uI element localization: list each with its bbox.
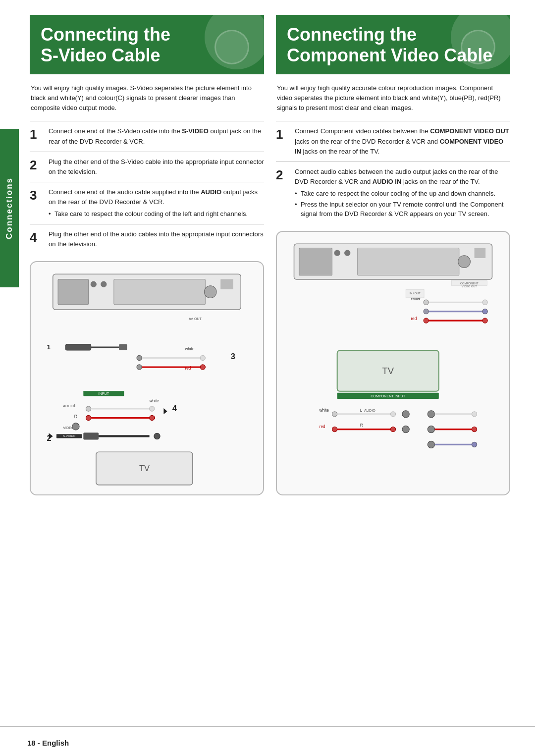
svg-point-88 [428, 426, 434, 432]
svg-point-82 [472, 411, 477, 416]
page: Connections Connecting the S-Video Cable… [0, 0, 535, 756]
right-step-2-bullet-2: Press the input selector on your TV remo… [295, 200, 510, 219]
svg-point-32 [150, 415, 155, 420]
svg-point-66 [424, 318, 428, 323]
svg-text:4: 4 [172, 404, 177, 413]
svg-point-18 [137, 365, 142, 370]
footer-text: 18 - English [27, 739, 69, 747]
svg-text:L: L [360, 408, 363, 412]
svg-text:COMPONENT INPUT: COMPONENT INPUT [371, 394, 405, 398]
footer-divider [0, 726, 535, 727]
right-step-2-number: 2 [276, 167, 290, 182]
svg-point-37 [72, 423, 79, 430]
left-step-2-text: Plug the other end of the S-Video cable … [49, 157, 264, 177]
svg-rect-51 [358, 248, 459, 275]
svg-text:1: 1 [47, 343, 51, 351]
svg-rect-9 [65, 344, 91, 350]
svg-text:white: white [149, 399, 160, 403]
svg-marker-35 [163, 408, 167, 414]
svg-point-44 [154, 433, 160, 439]
svg-text:TV: TV [139, 464, 150, 473]
left-step-3-text: Connect one end of the audio cable suppl… [49, 188, 258, 206]
svg-point-2 [91, 281, 97, 287]
right-column: Connecting the Component Video Cable You… [276, 15, 510, 495]
svg-point-85 [332, 427, 337, 432]
left-steps: 1 Connect one end of the S-Video cable i… [30, 121, 264, 254]
svg-point-26 [150, 406, 155, 411]
svg-text:INPUT: INPUT [99, 392, 109, 396]
svg-text:S-VIDEO: S-VIDEO [63, 434, 75, 438]
sidebar-label: Connections [4, 177, 14, 239]
svg-text:VIDEO OUT: VIDEO OUT [462, 285, 478, 288]
svg-point-95 [472, 442, 477, 447]
sidebar: Connections [0, 129, 19, 287]
left-step-4-number: 4 [30, 229, 44, 245]
svg-rect-11 [119, 344, 127, 350]
svg-point-59 [424, 300, 428, 305]
svg-text:L: L [74, 404, 77, 408]
svg-point-14 [137, 355, 142, 360]
svg-point-76 [332, 411, 337, 416]
left-step-1-number: 1 [30, 126, 44, 142]
right-intro: You will enjoy high quality accurate col… [276, 83, 510, 113]
left-step-3-bullet-1: Take care to respect the colour coding o… [49, 209, 264, 219]
svg-point-3 [101, 281, 107, 287]
svg-point-93 [428, 441, 434, 448]
svg-rect-40 [83, 432, 99, 439]
svg-point-50 [344, 250, 350, 256]
right-diagram: COMPONENT VIDEO OUT white red [276, 231, 510, 496]
svg-text:COMPONENT: COMPONENT [460, 282, 479, 285]
svg-rect-6 [220, 279, 233, 290]
right-header-title: Connecting the Component Video Cable [287, 24, 492, 65]
svg-text:red: red [411, 317, 417, 321]
right-step-1-number: 1 [276, 126, 290, 142]
svg-rect-53 [475, 248, 486, 258]
left-diagram: AV OUT 1 white red [30, 261, 264, 495]
left-step-4-text: Plug the other end of the audio cables i… [49, 229, 264, 249]
right-step-1-text: Connect Component video cables between t… [295, 126, 510, 156]
svg-point-63 [482, 309, 487, 314]
left-intro: You will enjoy high quality images. S-Vi… [30, 83, 264, 113]
left-header: Connecting the S-Video Cable [30, 15, 264, 74]
svg-text:AUDIO: AUDIO [63, 404, 74, 408]
svg-point-52 [458, 255, 471, 268]
right-step-2-text: Connect audio cables between the audio o… [295, 168, 498, 185]
svg-point-5 [204, 286, 216, 298]
page-bottom: 18 - English [0, 726, 535, 756]
svg-point-80 [428, 410, 434, 417]
left-step-3: 3 Connect one end of the audio cable sup… [30, 182, 264, 224]
left-step-3-content: Connect one end of the audio cable suppl… [49, 187, 264, 219]
svg-point-77 [390, 411, 395, 416]
svg-text:AV OUT: AV OUT [189, 317, 202, 321]
svg-point-86 [390, 427, 395, 432]
left-header-title: Connecting the S-Video Cable [41, 24, 170, 65]
svg-text:3: 3 [231, 352, 235, 361]
left-diagram-svg: AV OUT 1 white red [38, 269, 256, 487]
svg-rect-1 [58, 279, 89, 305]
svg-text:R: R [74, 415, 77, 419]
header-circle-2 [214, 30, 249, 64]
svg-point-15 [200, 355, 205, 360]
left-step-2: 2 Plug the other end of the S-Video cabl… [30, 152, 264, 182]
svg-point-92 [402, 426, 409, 432]
svg-text:TV: TV [382, 365, 394, 376]
svg-text:AUDIO: AUDIO [364, 408, 375, 412]
svg-text:red: red [320, 424, 325, 429]
left-column: Connecting the S-Video Cable You will en… [30, 15, 264, 495]
svg-text:IN / OUT: IN / OUT [410, 291, 421, 294]
svg-point-91 [402, 410, 409, 417]
right-step-2: 2 Connect audio cables between the audio… [276, 162, 510, 224]
right-steps: 1 Connect Component video cables between… [276, 121, 510, 223]
svg-point-90 [472, 427, 477, 432]
footer: 18 - English [0, 730, 535, 756]
left-step-1: 1 Connect one end of the S-Video cable i… [30, 121, 264, 151]
right-step-2-bullet-1: Take care to respect the colour coding o… [295, 189, 510, 199]
right-diagram-svg: COMPONENT VIDEO OUT white red [284, 239, 502, 488]
svg-point-67 [482, 318, 487, 323]
svg-point-62 [424, 309, 428, 314]
right-header: Connecting the Component Video Cable [276, 15, 510, 74]
right-step-2-content: Connect audio cables between the audio o… [295, 167, 510, 219]
svg-point-25 [86, 406, 91, 411]
svg-text:white: white [319, 408, 329, 412]
left-step-1-text: Connect one end of the S-Video cable int… [49, 126, 264, 146]
